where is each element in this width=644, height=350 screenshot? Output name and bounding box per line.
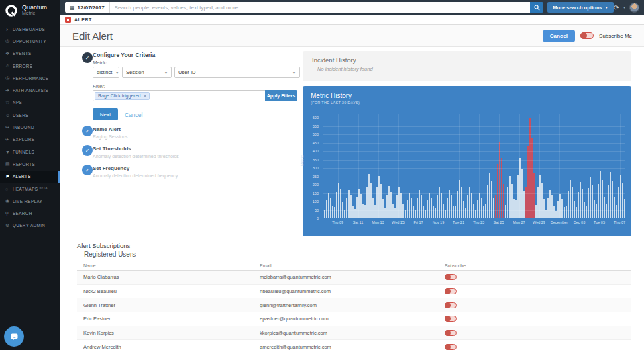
step-cancel-link[interactable]: Cancel — [125, 112, 142, 118]
chart-bar — [590, 177, 591, 218]
chart-bar-anomaly — [527, 146, 529, 218]
metric-dropdown[interactable]: User ID ▼ — [174, 67, 300, 78]
chart-bar — [491, 181, 492, 218]
sidebar-item-dashboards[interactable]: ◕ DASHBOARDS — [0, 23, 60, 35]
sidebar-item-errors[interactable]: ⚠ ERRORS — [0, 60, 60, 72]
chart-bar — [443, 204, 444, 218]
sidebar-item-query-admin[interactable]: ⚙ QUERY ADMIN — [0, 220, 60, 232]
user-name: Andrew Meredith — [77, 344, 260, 350]
page-title: Edit Alert — [72, 30, 113, 42]
metric-plot — [323, 114, 625, 218]
toggle-knob — [445, 302, 451, 308]
chart-bar — [566, 206, 567, 218]
cancel-button[interactable]: Cancel — [543, 30, 575, 42]
next-button[interactable]: Next — [93, 108, 118, 120]
apply-filters-button[interactable]: Apply Filters — [265, 90, 297, 101]
chevron-down-icon: ▼ — [161, 71, 168, 75]
sidebar-item-alerts[interactable]: ⚑ ALERTS — [0, 171, 60, 183]
tab-alert[interactable]: ALERT — [74, 17, 92, 22]
chart-bar — [425, 210, 426, 218]
search-button[interactable] — [530, 2, 543, 13]
alert-subscriptions-title: Alert Subscriptions — [77, 242, 130, 249]
search-input[interactable] — [110, 2, 531, 13]
x-tick-label: Thu 09 — [332, 220, 343, 224]
gridline — [620, 114, 621, 218]
subscribe-toggle[interactable] — [445, 330, 457, 336]
sidebar-item-search[interactable]: ⚲ SEARCH — [0, 207, 60, 219]
chart-bar — [553, 206, 555, 218]
chart-bar — [334, 207, 335, 218]
sidebar-item-funnels[interactable]: ▼ FUNNELS — [0, 146, 60, 158]
subscribe-toggle[interactable] — [445, 344, 457, 350]
chart-y-axis: 050100150200250300350400450500550600 — [307, 114, 321, 218]
scope-dropdown[interactable]: Session ▼ — [122, 67, 172, 78]
metric-history-panel: Metric History (FOR THE LAST 30 DAYS) Me… — [303, 86, 631, 236]
refresh-icon[interactable]: ⟳ — [614, 4, 619, 11]
incident-history-empty: No incident history found — [317, 66, 622, 72]
user-avatar[interactable] — [629, 3, 639, 13]
y-tick-label: 550 — [313, 124, 319, 128]
chip-close-icon[interactable]: ✕ — [143, 93, 146, 98]
sidebar-item-heatmaps[interactable]: ◌ HEATMAPSBETA — [0, 183, 60, 195]
registered-users-table: Name Email Subscribe Mario Ciabarras mci… — [77, 261, 631, 350]
sidebar-item-events[interactable]: ❖ EVENTS — [0, 48, 60, 60]
sidebar-item-explore[interactable]: ✈ EXPLORE — [0, 134, 60, 146]
sidebar-item-inbound[interactable]: ↪ INBOUND — [0, 121, 60, 133]
subscribe-me-toggle[interactable] — [580, 32, 594, 39]
chart-bar — [433, 206, 434, 218]
sidebar-item-users[interactable]: ☺ USERS — [0, 109, 60, 121]
step1-title: Configure Your Criteria — [93, 52, 155, 58]
chart-bar — [616, 205, 617, 218]
user-name: Kevin Korpics — [77, 330, 260, 336]
performance-icon: ◷ — [5, 75, 13, 81]
chart-bar-anomaly — [501, 158, 502, 218]
registered-users-title: Registered Users — [84, 251, 136, 258]
x-tick-label: Tue 21 — [453, 220, 464, 224]
chart-bar — [485, 204, 486, 218]
subscribe-toggle[interactable] — [445, 316, 457, 322]
chart-bar — [346, 198, 347, 218]
chat-button[interactable] — [4, 326, 24, 347]
step2-check-icon: ✓ — [82, 126, 93, 136]
x-tick-label: December — [551, 220, 568, 224]
filter-input[interactable]: Rage Click triggered ✕ — [93, 90, 265, 101]
date-value: 12/07/2017 — [78, 5, 105, 11]
subscribe-toggle[interactable] — [445, 302, 457, 308]
sidebar-item-nps[interactable]: ☆ NPS — [0, 97, 60, 109]
step4-check-icon: ✓ — [82, 165, 93, 175]
chart-bar — [402, 204, 404, 218]
query-admin-icon: ⚙ — [5, 223, 13, 228]
toggle-knob — [580, 32, 587, 39]
sidebar-item-path-analysis[interactable]: ➔ PATH ANALYSIS — [0, 84, 60, 96]
chart-bar — [467, 195, 468, 218]
page-header: Edit Alert Cancel Subscribe Me — [60, 25, 644, 47]
sidebar-item-performance[interactable]: ◷ PERFORMANCE — [0, 72, 60, 84]
chart-bar — [537, 187, 539, 218]
metric-history-title: Metric History — [311, 92, 352, 99]
sidebar-item-opportunity[interactable]: ◎ OPPORTUNITY — [0, 35, 60, 47]
chart-bar — [449, 190, 450, 218]
chart-bar — [469, 187, 470, 218]
chart-bar — [417, 198, 418, 218]
refresh-caret-icon[interactable]: ▼ — [623, 5, 626, 9]
chart-bar — [547, 198, 549, 218]
search-icon — [534, 5, 540, 11]
chart-bar — [352, 206, 354, 218]
step3-title: Set Thresholds — [93, 146, 179, 152]
chart-bar — [386, 195, 388, 218]
sidebar-item-reports[interactable]: ▤ REPORTS — [0, 158, 60, 170]
quantum-metric-logo[interactable]: Quantum Metric — [0, 0, 60, 20]
sidebar-item-live-replay[interactable]: ◉ LIVE REPLAY — [0, 195, 60, 207]
subscribe-toggle[interactable] — [445, 288, 457, 294]
date-picker[interactable]: ▦ 12/07/2017 — [65, 2, 110, 13]
aggregation-dropdown[interactable]: distinct ▼ — [93, 67, 119, 78]
gridline — [559, 114, 560, 218]
more-search-options-button[interactable]: More search options ▼ — [547, 2, 613, 13]
chart-bar — [370, 183, 372, 218]
subscribe-toggle[interactable] — [445, 274, 457, 280]
logo-text-line2: Metric — [22, 11, 47, 16]
user-email: kkorpics@quantummetric.com — [260, 330, 445, 336]
toggle-knob — [445, 316, 451, 322]
users-icon: ☺ — [5, 113, 13, 118]
x-tick-label: Wed 15 — [392, 220, 405, 224]
